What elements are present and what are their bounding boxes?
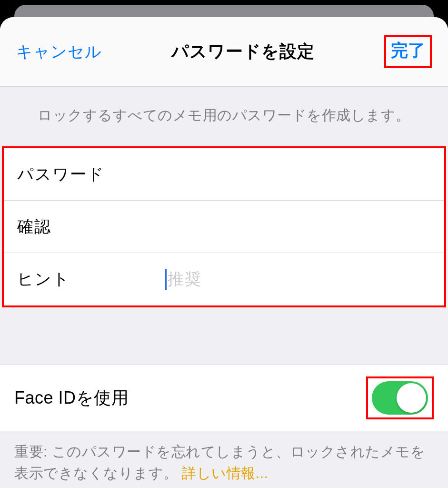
password-input[interactable]	[165, 165, 431, 183]
modal-sheet: キャンセル パスワードを設定 完了 ロックするすべてのメモ用のパスワードを作成し…	[0, 17, 448, 488]
faceid-row[interactable]: Face IDを使用	[0, 365, 448, 431]
faceid-toggle[interactable]	[372, 381, 428, 415]
password-fields-group: パスワード 確認 ヒント 推奨	[2, 146, 446, 307]
confirm-input[interactable]	[165, 217, 431, 236]
done-button[interactable]: 完了	[391, 41, 425, 60]
confirm-row[interactable]: 確認	[4, 201, 444, 253]
page-title: パスワードを設定	[171, 40, 315, 63]
hint-input[interactable]: 推奨	[165, 268, 431, 290]
password-label: パスワード	[17, 163, 165, 185]
password-row[interactable]: パスワード	[4, 148, 444, 201]
hint-label: ヒント	[17, 268, 165, 290]
toggle-knob-icon	[397, 383, 426, 413]
hint-row[interactable]: ヒント 推奨	[4, 253, 444, 305]
faceid-label: Face IDを使用	[14, 386, 129, 410]
text-caret-icon	[165, 269, 167, 290]
footer-note: 重要: このパスワードを忘れてしまうと、ロックされたメモを表示できなくなります。…	[0, 431, 448, 484]
faceid-toggle-highlight	[366, 376, 434, 419]
more-info-link[interactable]: 詳しい情報...	[182, 465, 268, 481]
section-description: ロックするすべてのメモ用のパスワードを作成します。	[0, 87, 448, 146]
cancel-button[interactable]: キャンセル	[16, 41, 102, 63]
spacer	[0, 307, 448, 365]
hint-placeholder: 推奨	[168, 268, 202, 290]
done-button-highlight: 完了	[384, 35, 432, 68]
confirm-label: 確認	[17, 216, 165, 238]
navbar: キャンセル パスワードを設定 完了	[0, 17, 448, 87]
